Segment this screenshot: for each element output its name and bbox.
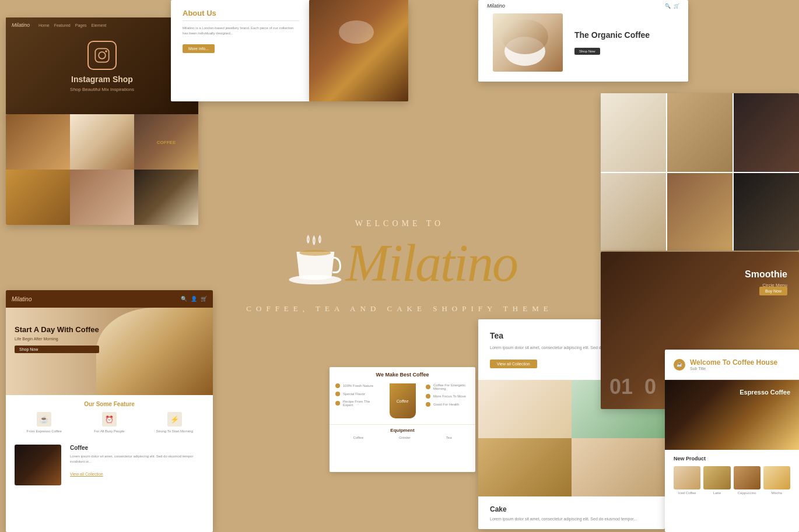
gallery-cell-6 — [134, 170, 198, 225]
gallery-cell-3 — [134, 114, 198, 170]
espresso-title: Espresso Coffee — [740, 389, 790, 396]
organic-button[interactable]: Shop Now — [574, 48, 600, 55]
feature-label-1: From Espresso Coffee — [27, 429, 62, 433]
cf-dot-1 — [335, 383, 340, 388]
organic-coffee-panel: Milatino 🔍 🛒 The Organic Coffee Shop Now — [478, 0, 688, 82]
feature-label-2: For All Busy People — [94, 429, 124, 433]
search-icon[interactable]: 🔍 — [665, 3, 671, 9]
about-title: About Us — [183, 9, 299, 21]
nav-pages[interactable]: Pages — [75, 23, 87, 27]
product-2[interactable]: Latte — [703, 466, 730, 495]
gr-cell-2 — [667, 93, 733, 172]
feature-icon-2: ⏰ — [102, 412, 117, 427]
shop-search-icon[interactable]: 🔍 — [181, 296, 187, 302]
gallery-grid — [6, 114, 198, 225]
organic-content: The Organic Coffee Shop Now — [574, 30, 650, 55]
shop-nav-icons: 🔍 👤 🛒 — [181, 296, 207, 302]
cf-dot-6 — [426, 402, 430, 407]
cf-cup — [385, 383, 420, 418]
food-photo — [309, 0, 408, 101]
gr-cell-4 — [601, 173, 666, 251]
cart-icon[interactable]: 🛒 — [674, 3, 679, 9]
cf-dot-4 — [426, 385, 430, 389]
cf-list-left: 100% Fresh Nature Special Flavor Recipe … — [335, 383, 379, 418]
shop-cart-icon[interactable]: 🛒 — [201, 296, 207, 302]
cf-item-grinder: Grinder — [399, 436, 411, 439]
insta-nav-items: Home Featured Pages Element — [38, 23, 106, 27]
cake-section: Cake Lorem ipsum dolor sit amet, consect… — [478, 496, 665, 530]
cake-text: Lorem ipsum dolor sit amet, consectetur … — [490, 516, 653, 523]
coffee-cup-shape — [390, 383, 416, 418]
tagline: COFFEE, TEA AND CAKE SHOPIFY THEME — [246, 304, 552, 313]
new-products-title: New Product — [674, 456, 790, 461]
tea-grid-4 — [572, 438, 665, 496]
hero-shop-btn[interactable]: Shop Now — [15, 346, 99, 353]
cf-item-coffee: Coffee — [353, 436, 363, 439]
cf-item-1: 100% Fresh Nature — [335, 383, 379, 388]
gr-cell-3 — [734, 93, 799, 172]
gallery-grid-left — [6, 114, 198, 225]
sm-num-1: 01 — [609, 376, 633, 397]
gallery-cell-4 — [6, 170, 70, 225]
product-4[interactable]: Mocha — [763, 466, 790, 495]
product-1[interactable]: Iced Coffee — [674, 466, 700, 495]
product-label-4: Mocha — [763, 491, 790, 495]
about-button[interactable]: More info... — [183, 44, 215, 53]
cf-item-5: More Focus To Move — [426, 394, 469, 399]
shop-hero: Start A Day With Coffee Life Begin After… — [6, 308, 213, 395]
gallery-cell-2 — [70, 114, 134, 170]
product-image-1 — [674, 466, 700, 489]
svg-point-0 — [289, 275, 341, 284]
product-image-2 — [703, 466, 730, 489]
coffee-house-panel: ☕ Welcome To Coffee House Sub Title Espr… — [665, 350, 799, 532]
shop-header: Milatino 🔍 👤 🛒 — [6, 290, 213, 308]
coffee-cup-icon — [282, 234, 352, 293]
nav-home[interactable]: Home — [38, 23, 50, 27]
product-label-3: Cappuccino — [734, 491, 761, 495]
shop-logo: Milatino — [12, 296, 31, 302]
instagram-nav: Milatino Home Featured Pages Element — [6, 22, 198, 28]
instagram-panel: Milatino Home Featured Pages Element Ins… — [6, 17, 198, 117]
feature-2: ⏰ For All Busy People — [80, 412, 139, 433]
brand-name: Milatino — [346, 237, 517, 290]
coffee-image-sm — [15, 445, 61, 485]
cf-title: We Make Best Coffee — [330, 367, 475, 380]
shop-user-icon[interactable]: 👤 — [191, 296, 197, 302]
coffee-info: Coffee Lorem ipsum dolor sit amet, conse… — [70, 445, 204, 485]
cf-dot-5 — [426, 394, 430, 399]
cf-text-1: 100% Fresh Nature — [343, 384, 373, 387]
cf-text-4: Coffee For Energetic Morning — [433, 383, 469, 390]
smoothie-button[interactable]: Buy Now — [759, 287, 787, 295]
features-title: Our Some Feature — [15, 401, 204, 407]
tea-button[interactable]: View all Collection — [490, 360, 537, 368]
food-image-top — [309, 0, 408, 101]
insta-logo: Milatino — [12, 22, 30, 28]
smoothie-title: Smoothie — [745, 269, 787, 280]
svg-point-1 — [299, 250, 331, 256]
center-hero: WELCOME TO Milatino COFFEE, TEA AND CAKE… — [246, 219, 552, 313]
feature-1: ☕ From Espresso Coffee — [15, 412, 74, 433]
product-3[interactable]: Cappuccino — [734, 466, 761, 495]
organic-title: The Organic Coffee — [574, 30, 650, 40]
cf-dot-2 — [335, 392, 340, 396]
welcome-text: WELCOME TO — [246, 219, 552, 228]
main-background: WELCOME TO Milatino COFFEE, TEA AND CAKE… — [0, 0, 799, 532]
espresso-image: Espresso Coffee — [665, 380, 799, 450]
svg-point-3 — [99, 52, 106, 59]
smoothie-text: Smoothie Circle Menu — [745, 269, 787, 288]
product-grid: Iced Coffee Latte Cappuccino Mocha — [674, 466, 790, 495]
organic-logo: Milatino — [487, 3, 505, 9]
gr-cell-1 — [601, 93, 666, 172]
cf-text-6: Good For Health — [433, 403, 459, 406]
instagram-title: Instagram Shop — [71, 75, 133, 84]
nav-featured[interactable]: Featured — [54, 23, 71, 27]
instagram-logo-icon — [87, 41, 117, 70]
coffee-link[interactable]: View all Collection — [70, 472, 103, 476]
organic-nav: Milatino 🔍 🛒 — [478, 3, 688, 9]
nav-element[interactable]: Element — [92, 23, 107, 27]
gallery-cell-1 — [6, 114, 70, 170]
instagram-subtitle: Shop Beautiful Mix Inspirations — [70, 86, 134, 93]
cf-item-3: Recipe From The Expert — [335, 400, 379, 407]
coffee-house-title: Welcome To Coffee House — [690, 358, 777, 367]
product-label-1: Iced Coffee — [674, 491, 700, 495]
